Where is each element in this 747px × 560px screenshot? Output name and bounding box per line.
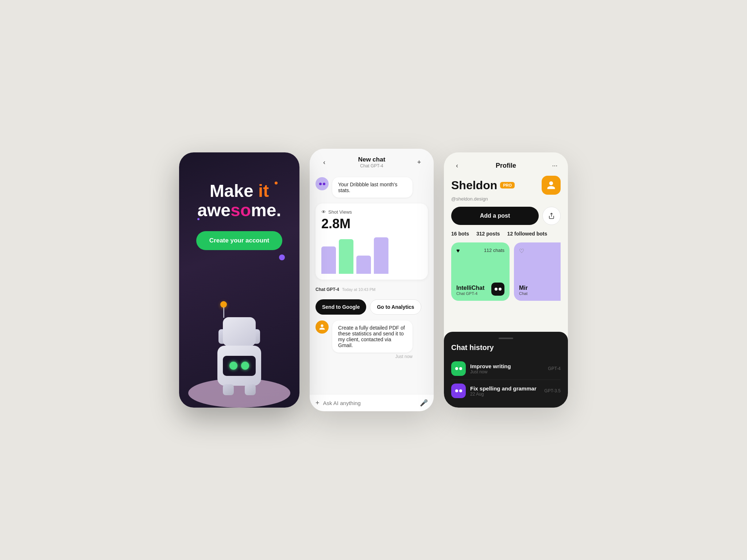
stats-label: Shot Views xyxy=(328,209,352,215)
user-message-time: Just now xyxy=(332,354,413,359)
share-button[interactable] xyxy=(542,207,561,225)
user-message-text: Create a fully detailed PDF of these sta… xyxy=(332,320,413,353)
stats-value: 2.8M xyxy=(321,216,422,232)
add-attachment-icon[interactable]: + xyxy=(316,399,320,407)
history-title: Chat history xyxy=(451,343,561,352)
bot-card-1-bottom: IntelliChat Chat GPT-4 xyxy=(456,283,504,296)
bot-eye-right xyxy=(323,183,325,185)
chat-input-bar: + 🎤 xyxy=(310,394,434,411)
bot-card-1-top: ♥ 112 chats xyxy=(456,248,504,254)
chat-subtitle: Chat GPT-4 xyxy=(358,163,386,168)
bot-card-1[interactable]: ♥ 112 chats IntelliChat Chat GPT-4 xyxy=(451,242,510,301)
bots-count: 16 bots xyxy=(451,231,469,237)
history-eye-left-2 xyxy=(455,389,458,392)
robot-eye-left xyxy=(229,362,237,370)
profile-header: ‹ Profile ··· xyxy=(444,152,568,176)
posts-count: 312 posts xyxy=(476,231,500,237)
screen-chat: ‹ New chat Chat GPT-4 + Your Dribbble la… xyxy=(310,149,434,411)
profile-content: Sheldon PRO @sheldon.design Add a post 1… xyxy=(444,176,568,332)
bot-name-1: IntelliChat xyxy=(456,285,484,291)
microphone-icon[interactable]: 🎤 xyxy=(420,399,428,407)
send-to-google-button[interactable]: Send to Google xyxy=(316,299,366,315)
drag-handle xyxy=(499,338,513,339)
bot-icon-eye-left-1 xyxy=(495,288,498,291)
history-time-1: Just now xyxy=(470,369,543,374)
robot-eye-right xyxy=(241,362,249,370)
bot-name-2: Mir xyxy=(519,285,528,291)
history-item-1[interactable]: Improve writing Just now GPT-4 xyxy=(451,358,561,380)
chat-history-panel: Chat history Improve writing Just now GP… xyxy=(444,332,568,408)
screen-profile: ‹ Profile ··· Sheldon PRO @sheldon.desig… xyxy=(444,152,568,408)
history-item-2[interactable]: Fix spelling and grammar 22 Aug GPT-3.5 xyxy=(451,380,561,402)
add-chat-button[interactable]: + xyxy=(413,156,425,168)
eye-icon: 👁 xyxy=(321,209,326,215)
profile-title: Profile xyxy=(496,162,516,170)
history-icon-2 xyxy=(451,384,466,398)
chat-header: ‹ New chat Chat GPT-4 + xyxy=(310,149,434,173)
favorite-icon-1: ♥ xyxy=(456,248,460,254)
headline-me: me. xyxy=(251,201,281,220)
headline-make: Make xyxy=(210,181,258,201)
history-name-2: Fix spelling and grammar xyxy=(470,385,540,392)
chat-title: New chat xyxy=(358,156,386,163)
history-icon-eyes-1 xyxy=(455,367,462,370)
chat-input[interactable] xyxy=(323,400,416,406)
history-eye-right-1 xyxy=(459,367,462,370)
followed-bots: 12 followed bots xyxy=(507,231,547,237)
action-buttons: Send to Google Go to Analytics xyxy=(316,299,428,315)
bot-card-2-top: ♡ xyxy=(519,248,561,254)
go-to-analytics-button[interactable]: Go to Analytics xyxy=(370,299,421,315)
sender-name: Chat GPT-4 xyxy=(316,287,339,292)
profile-avatar xyxy=(542,176,561,195)
user-message: Create a fully detailed PDF of these sta… xyxy=(316,320,428,359)
robot-head xyxy=(223,317,256,346)
robot-leg-left xyxy=(223,384,234,395)
bots-row: ♥ 112 chats IntelliChat Chat GPT-4 xyxy=(451,242,561,301)
bot-eye-left xyxy=(319,183,322,185)
history-eye-left-1 xyxy=(455,367,458,370)
headline: Make it awesome. xyxy=(197,182,281,220)
history-info-2: Fix spelling and grammar 22 Aug xyxy=(470,385,540,397)
profile-top: Sheldon PRO xyxy=(451,176,561,195)
robot-antenna xyxy=(223,307,224,318)
profile-name-row: Sheldon PRO xyxy=(451,179,515,192)
headline-it: it xyxy=(258,181,269,201)
bot-icon-eyes-1 xyxy=(495,288,502,291)
bot-sub-1: Chat GPT-4 xyxy=(456,291,484,296)
bot-message-1: Your Dribbble last month's stats. xyxy=(316,177,428,198)
bar-4 xyxy=(374,237,388,274)
stats-card: 👁 Shot Views 2.8M xyxy=(316,203,428,280)
bot-sub-2: Chat xyxy=(519,291,528,296)
history-icon-eyes-2 xyxy=(455,389,462,392)
profile-back-button[interactable]: ‹ xyxy=(451,160,463,171)
chat-header-center: New chat Chat GPT-4 xyxy=(358,156,386,168)
profile-handle: @sheldon.design xyxy=(451,196,561,202)
add-post-row: Add a post xyxy=(451,207,561,225)
history-name-1: Improve writing xyxy=(470,363,543,369)
decoration-dot xyxy=(279,254,285,260)
history-time-2: 22 Aug xyxy=(470,392,540,397)
bot-icon-eye-right-1 xyxy=(499,288,502,291)
back-button[interactable]: ‹ xyxy=(318,156,330,168)
bar-chart xyxy=(321,237,422,274)
bot-card-2[interactable]: ♡ Mir Chat xyxy=(514,242,561,301)
more-options-button[interactable]: ··· xyxy=(549,160,561,171)
bot-avatar-eyes xyxy=(319,183,325,185)
favorite-icon-2: ♡ xyxy=(519,248,524,254)
chat-messages: Your Dribbble last month's stats. 👁 Shot… xyxy=(310,173,434,394)
bar-3 xyxy=(356,256,371,274)
bot-card-2-bottom: Mir Chat xyxy=(519,285,561,296)
screens-container: Make it awesome. Create your account ‹ xyxy=(179,149,568,411)
screen-onboarding: Make it awesome. Create your account xyxy=(179,152,299,408)
add-post-button[interactable]: Add a post xyxy=(451,207,539,225)
pro-badge: PRO xyxy=(500,182,515,188)
create-account-button[interactable]: Create your account xyxy=(196,231,282,250)
robot-illustration xyxy=(179,306,299,408)
profile-stats-row: 16 bots 312 posts 12 followed bots xyxy=(451,231,561,237)
chat-count-1: 112 chats xyxy=(484,248,504,253)
bot-avatar xyxy=(316,177,329,190)
profile-name: Sheldon xyxy=(451,179,497,192)
history-info-1: Improve writing Just now xyxy=(470,363,543,374)
bot-bubble-1: Your Dribbble last month's stats. xyxy=(332,177,413,198)
history-icon-1 xyxy=(451,361,466,376)
